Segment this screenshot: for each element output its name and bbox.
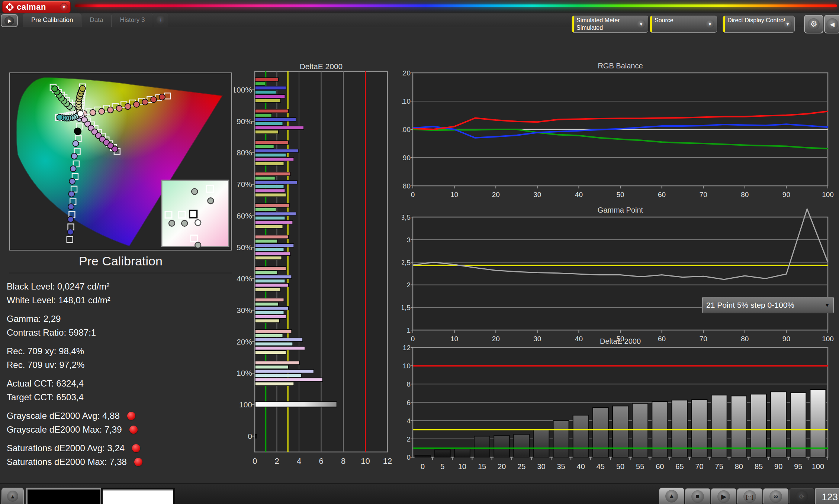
tab-label: History 3 bbox=[120, 16, 145, 24]
gamma-points-dropdown[interactable]: 21 Point 5% step 0-100% ▼ bbox=[702, 297, 834, 313]
svg-text:90: 90 bbox=[782, 191, 790, 198]
stat-text: Grayscale dE2000 Max: 7,39 bbox=[7, 423, 122, 436]
stat-line: Actual CCT: 6324,4 bbox=[7, 377, 245, 390]
step-button[interactable]: [··] bbox=[737, 488, 762, 504]
svg-text:100: 100 bbox=[812, 462, 824, 471]
rgb-balance-chart: RGB Balance80901001101200102030405060708… bbox=[402, 59, 839, 201]
stat-text: Saturations dE2000 Avg: 3,24 bbox=[7, 441, 125, 455]
svg-text:0: 0 bbox=[406, 453, 411, 461]
workflow-advance-button[interactable]: ▶ bbox=[1, 14, 18, 27]
chevron-down-icon: ▼ bbox=[824, 302, 830, 308]
source-dropdown-label: Source bbox=[655, 17, 674, 24]
svg-text:6: 6 bbox=[319, 456, 323, 466]
svg-text:55: 55 bbox=[636, 462, 644, 471]
svg-text:DeltaE 2000: DeltaE 2000 bbox=[600, 337, 641, 345]
svg-text:25: 25 bbox=[517, 462, 525, 471]
svg-text:5: 5 bbox=[440, 462, 444, 471]
stat-line: Rec. 709 xy: 98,4% bbox=[7, 344, 245, 358]
display-control-dropdown[interactable]: Direct Display Control ▼ bbox=[723, 16, 795, 33]
stat-group: Saturations dE2000 Avg: 3,24Saturations … bbox=[7, 441, 245, 469]
svg-text:0: 0 bbox=[411, 191, 415, 198]
svg-text:0: 0 bbox=[421, 462, 425, 471]
stat-group: Actual CCT: 6324,4Target CCT: 6503,4 bbox=[7, 377, 245, 404]
svg-text:15: 15 bbox=[478, 462, 486, 471]
meter-dropdown-sublabel: Simulated bbox=[576, 24, 620, 32]
stat-line: Rec. 709 uv: 97,2% bbox=[7, 358, 245, 372]
svg-text:60: 60 bbox=[656, 462, 664, 471]
play-button[interactable]: ▶ bbox=[711, 488, 736, 504]
tab-pre-calibration[interactable]: Pre Calibration bbox=[23, 13, 81, 27]
stat-text: Saturations dE2000 Max: 7,38 bbox=[7, 455, 127, 469]
refresh-button: ⟳ bbox=[789, 488, 814, 504]
calman-menu-button[interactable]: calman ▼ bbox=[2, 1, 71, 13]
chevron-up-icon: ▲ bbox=[7, 491, 18, 502]
meter-dropdown[interactable]: Simulated Meter Simulated ▼ bbox=[572, 16, 648, 33]
svg-text:4: 4 bbox=[297, 456, 301, 466]
app-logo-text: calman bbox=[17, 2, 46, 12]
tab-data[interactable]: Data bbox=[81, 13, 112, 27]
stat-text: Target CCT: 6503,4 bbox=[7, 390, 84, 404]
stat-line: Contrast Ratio: 5987:1 bbox=[7, 326, 245, 339]
svg-text:20%: 20% bbox=[237, 337, 252, 346]
svg-text:100: 100 bbox=[822, 191, 834, 198]
svg-text:50%: 50% bbox=[237, 243, 252, 252]
calman-application-window: calman ▼ ▶ Pre CalibrationDataHistory 3+… bbox=[0, 0, 839, 504]
svg-text:DeltaE 2000: DeltaE 2000 bbox=[300, 62, 343, 71]
stat-text: Black Level: 0,0247 cd/m² bbox=[7, 280, 109, 293]
pattern-window-white[interactable] bbox=[101, 488, 175, 504]
svg-text:60: 60 bbox=[658, 191, 666, 198]
stat-text: Grayscale dE2000 Avg: 4,88 bbox=[7, 409, 120, 423]
svg-text:20: 20 bbox=[498, 462, 506, 471]
pattern-window-black[interactable] bbox=[26, 488, 102, 504]
svg-text:100: 100 bbox=[239, 400, 252, 409]
status-fail-indicator bbox=[132, 444, 140, 452]
stat-text: White Level: 148,01 cd/m² bbox=[7, 293, 110, 307]
pattern-up-button[interactable]: ▲ bbox=[659, 488, 684, 504]
svg-text:90: 90 bbox=[774, 462, 782, 471]
svg-text:0: 0 bbox=[248, 432, 252, 440]
status-fail-indicator bbox=[134, 458, 142, 466]
svg-text:10: 10 bbox=[450, 191, 458, 198]
source-dropdown[interactable]: Source ▼ bbox=[650, 16, 717, 33]
pattern-panel-up-button[interactable]: ▲ bbox=[1, 488, 24, 504]
svg-text:8: 8 bbox=[341, 456, 345, 466]
svg-text:80: 80 bbox=[403, 182, 411, 190]
stop-button[interactable]: ■ bbox=[685, 488, 710, 504]
cie-gamut-plot bbox=[10, 73, 230, 248]
svg-text:70: 70 bbox=[700, 191, 707, 198]
meter-dropdown-label: Simulated Meter bbox=[576, 17, 620, 24]
settings-button[interactable]: ⚙ bbox=[804, 15, 823, 33]
status-fail-indicator bbox=[127, 412, 135, 420]
cie-chromaticity-chart bbox=[9, 72, 232, 251]
svg-text:80%: 80% bbox=[237, 148, 252, 157]
add-tab-button[interactable]: + bbox=[153, 13, 168, 27]
measurement-counter: 123 bbox=[815, 488, 839, 504]
tab-history-3[interactable]: History 3 bbox=[112, 13, 153, 27]
svg-text:2,5: 2,5 bbox=[402, 259, 411, 266]
svg-text:6: 6 bbox=[406, 399, 411, 407]
svg-text:0: 0 bbox=[253, 456, 257, 466]
stat-text: Actual CCT: 6324,4 bbox=[7, 377, 84, 390]
svg-text:50: 50 bbox=[616, 191, 624, 198]
stat-text: Rec. 709 uv: 97,2% bbox=[7, 358, 84, 372]
svg-text:60%: 60% bbox=[237, 211, 252, 220]
stat-line: Grayscale dE2000 Max: 7,39 bbox=[7, 423, 245, 436]
stat-line: Grayscale dE2000 Avg: 4,88 bbox=[7, 409, 245, 423]
chevron-down-icon: ▼ bbox=[783, 20, 792, 29]
svg-text:10: 10 bbox=[403, 362, 411, 370]
collapse-panel-button[interactable]: ◀ bbox=[824, 15, 839, 33]
svg-text:30%: 30% bbox=[237, 306, 252, 314]
svg-text:40: 40 bbox=[577, 462, 585, 471]
continuous-button[interactable]: ∞ bbox=[763, 488, 788, 504]
spectrum-strip bbox=[75, 4, 837, 7]
stat-group: Gamma: 2,29Contrast Ratio: 5987:1 bbox=[7, 312, 245, 339]
svg-text:30: 30 bbox=[537, 462, 545, 471]
play-icon: ▶ bbox=[4, 16, 14, 25]
saturation-deltae-chart: DeltaE 2000100%90%80%70%60%50%40%30%20%1… bbox=[234, 62, 398, 471]
svg-text:1,5: 1,5 bbox=[402, 304, 411, 311]
svg-text:90%: 90% bbox=[237, 117, 252, 126]
measurement-summary: Black Level: 0,0247 cd/m²White Level: 14… bbox=[7, 280, 245, 474]
continuous-icon: ∞ bbox=[769, 490, 782, 503]
stat-group: Black Level: 0,0247 cd/m²White Level: 14… bbox=[7, 280, 245, 307]
display-connected-indicator bbox=[723, 16, 725, 32]
